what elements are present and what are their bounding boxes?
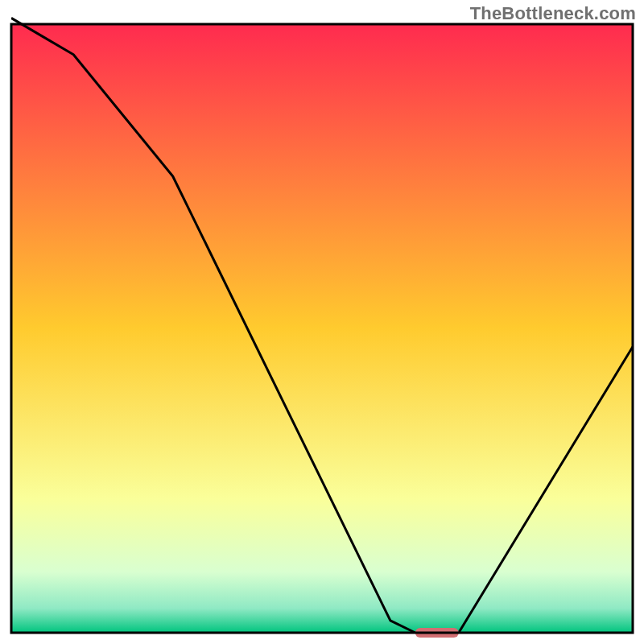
bottleneck-chart: TheBottleneck.com (0, 0, 644, 644)
watermark-label: TheBottleneck.com (470, 3, 636, 24)
chart-svg (0, 0, 644, 644)
plot-background (11, 24, 633, 633)
